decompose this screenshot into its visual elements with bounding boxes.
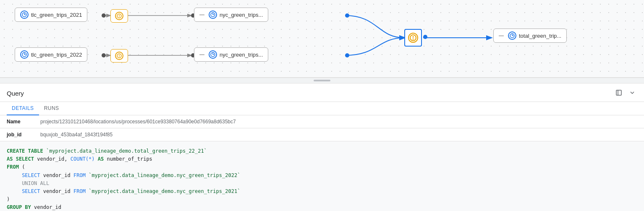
table-icon-2022 — [20, 50, 29, 59]
sql-kw-select2: SELECT — [22, 188, 40, 194]
sql-line-4: SELECT vendor_id FROM `myproject.data_li… — [7, 172, 637, 180]
sql-kw-as: AS — [98, 156, 104, 162]
svg-point-10 — [119, 16, 120, 17]
node-union[interactable] — [404, 29, 422, 47]
sql-col-groupby: vendor_id — [34, 204, 61, 210]
table-icon-nyc-2021 — [209, 10, 217, 19]
sql-kw-groupby: GROUP BY — [7, 204, 31, 210]
svg-point-19 — [119, 56, 120, 57]
panel-title: Query — [7, 90, 24, 97]
sql-line-3: FROM ( — [7, 163, 637, 171]
drag-handle[interactable] — [0, 78, 644, 83]
sql-line-6: SELECT vendor_id FROM `myproject.data_li… — [7, 188, 637, 195]
sql-close-paren: ) — [7, 196, 10, 202]
sql-tbl-name: `myproject.data_lineage_demo.total_green… — [46, 148, 207, 154]
sql-line-2: AS SELECT vendor_id, COUNT(*) AS number_… — [7, 155, 637, 163]
sql-kw-from: FROM — [7, 164, 19, 170]
node-tlc-2022[interactable]: tlc_green_trips_2022 — [15, 47, 87, 62]
svg-point-25 — [413, 39, 414, 40]
orange-icon-2 — [115, 52, 123, 60]
sql-tbl-2022: `myproject.data_lineage_demo.nyc_green_t… — [89, 172, 240, 178]
sql-kw-asselect: AS SELECT — [7, 156, 34, 162]
sql-kw-union: UNION ALL — [22, 180, 49, 186]
table-icon-total — [508, 31, 516, 40]
details-table: Name projects/123101210468/locations/us/… — [0, 115, 644, 141]
sql-col-trips: number_of_trips — [107, 156, 152, 162]
sql-indent-2 — [7, 180, 19, 186]
panel-header: Query — [0, 83, 644, 102]
sql-col-vendor: vendor_id, — [37, 156, 70, 162]
tab-details[interactable]: DETAILS — [7, 102, 39, 115]
sql-line-7: ) — [7, 195, 637, 203]
collapse-button[interactable] — [627, 88, 637, 99]
sql-indent-1 — [7, 172, 19, 178]
table-icon-2021 — [20, 10, 29, 19]
sql-col-v1: vendor_id — [43, 172, 73, 178]
node-label-nyc-2021: nyc_green_trips... — [220, 12, 263, 18]
dash-icon-2: — — [199, 52, 204, 57]
node-orange-1[interactable] — [110, 9, 128, 23]
sql-kw-from1: FROM — [73, 172, 86, 178]
node-label-total: total_green_trip... — [519, 33, 561, 39]
sql-tbl-2021: `myproject.data_lineage_demo.nyc_green_t… — [89, 188, 240, 194]
table-row-jobid: job_id bquxjob_453ba4af_1843f194f85 — [0, 128, 644, 141]
expand-button[interactable] — [614, 88, 624, 99]
sql-fn-count: COUNT(*) — [71, 156, 95, 162]
node-nyc-2021[interactable]: — nyc_green_trips... — [194, 8, 268, 22]
node-tlc-2021[interactable]: tlc_green_trips_2021 — [15, 8, 87, 22]
node-total-trips[interactable]: — total_green_trip... — [493, 29, 567, 43]
dag-canvas: tlc_green_trips_2021 — nyc_green_trips..… — [0, 0, 644, 78]
node-label-tlc-2022: tlc_green_trips_2022 — [31, 52, 82, 58]
panel-actions — [614, 88, 637, 99]
connector-dot-6 — [345, 53, 349, 57]
connector-dot-3 — [345, 13, 349, 18]
union-orange-icon — [408, 33, 418, 43]
sql-from-paren: ( — [22, 164, 25, 170]
drag-handle-bar — [314, 80, 330, 81]
sql-kw-from2: FROM — [73, 188, 86, 194]
orange-icon-1 — [115, 12, 123, 20]
sql-kw-create: CREATE TABLE — [7, 148, 43, 154]
sql-line-1: CREATE TABLE `myproject.data_lineage_dem… — [7, 147, 637, 155]
dash-icon-3: — — [499, 33, 504, 39]
tabs-bar: DETAILS RUNS — [0, 102, 644, 115]
sql-indent-3 — [7, 188, 19, 194]
table-icon-nyc-2022 — [209, 50, 217, 59]
name-label: Name — [0, 115, 34, 128]
sql-line-5: UNION ALL — [7, 180, 637, 188]
svg-rect-29 — [616, 90, 621, 95]
sql-code-area: CREATE TABLE `myproject.data_lineage_dem… — [0, 141, 644, 211]
node-label-tlc-2021: tlc_green_trips_2021 — [31, 12, 82, 18]
jobid-label: job_id — [0, 128, 34, 141]
connector-dot-4 — [102, 53, 106, 57]
sql-kw-select1: SELECT — [22, 172, 40, 178]
jobid-value: bquxjob_453ba4af_1843f194f85 — [34, 128, 644, 141]
tab-runs[interactable]: RUNS — [39, 102, 64, 115]
table-row-name: Name projects/123101210468/locations/us/… — [0, 115, 644, 128]
connector-dot-7 — [423, 35, 427, 39]
node-orange-2[interactable] — [110, 49, 128, 63]
connector-dot-1 — [102, 13, 106, 18]
bottom-panel: Query DETAILS RUNS Name projects/1231012… — [0, 83, 644, 211]
sql-line-8: GROUP BY vendor_id — [7, 203, 637, 211]
name-value: projects/123101210468/locations/us/proce… — [34, 115, 644, 128]
node-nyc-2022[interactable]: — nyc_green_trips... — [194, 47, 268, 62]
node-label-nyc-2022: nyc_green_trips... — [220, 52, 263, 58]
dash-icon-1: — — [199, 12, 204, 18]
sql-col-v2: vendor_id — [43, 188, 73, 194]
